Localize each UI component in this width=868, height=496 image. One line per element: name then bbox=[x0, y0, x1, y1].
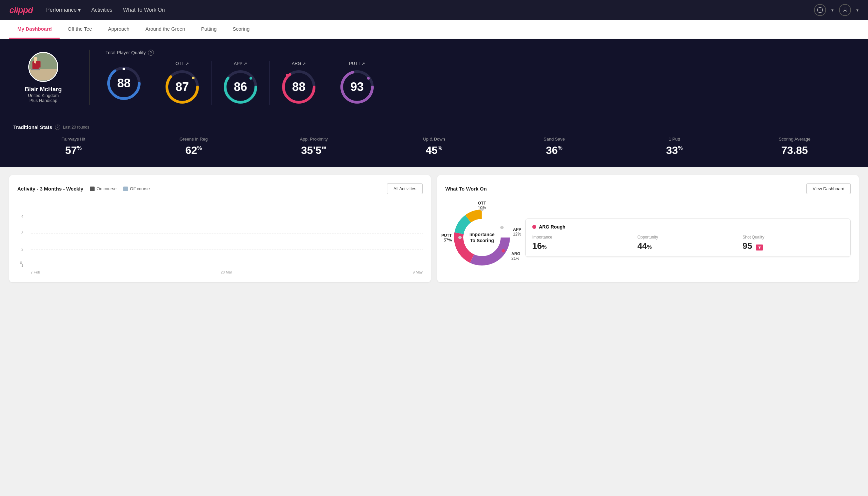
stats-section: Traditional Stats ? Last 20 rounds Fairw… bbox=[0, 116, 868, 167]
svg-rect-8 bbox=[31, 69, 40, 70]
svg-point-33 bbox=[458, 236, 462, 239]
content-area: Activity - 3 Months - Weekly On course O… bbox=[0, 167, 868, 290]
donut-label-ott: OTT 10% bbox=[478, 201, 486, 210]
gauge-circle-arg: 88 bbox=[281, 68, 317, 105]
activity-card: Activity - 3 Months - Weekly On course O… bbox=[9, 175, 431, 282]
chart-bars bbox=[31, 201, 423, 266]
tab-around-the-green[interactable]: Around the Green bbox=[137, 20, 193, 38]
top-nav: clippd Performance ▾ Activities What To … bbox=[0, 0, 868, 20]
quality-title: Total Player Quality ? bbox=[106, 50, 855, 56]
nav-links: Performance ▾ Activities What To Work On bbox=[46, 7, 165, 13]
activity-card-header: Activity - 3 Months - Weekly On course O… bbox=[17, 183, 423, 194]
view-dashboard-button[interactable]: View Dashboard bbox=[806, 183, 851, 194]
activity-title: Activity - 3 Months - Weekly bbox=[17, 186, 83, 191]
svg-rect-5 bbox=[29, 69, 57, 80]
avatar bbox=[28, 52, 58, 82]
stat-sand-save: Sand Save 36% bbox=[494, 137, 614, 157]
player-handicap: Plus Handicap bbox=[29, 98, 57, 103]
nav-activities[interactable]: Activities bbox=[91, 7, 112, 13]
nav-what-to-work-on[interactable]: What To Work On bbox=[123, 7, 165, 13]
chart-area: 4 3 2 1 0 7 Feb 28 Mar 9 M bbox=[17, 201, 423, 274]
svg-point-22 bbox=[286, 74, 288, 77]
tab-off-the-tee[interactable]: Off the Tee bbox=[60, 20, 100, 38]
gauge-arg: ARG ↗ 88 bbox=[270, 61, 328, 105]
gauge-circle-overall: 88 bbox=[106, 65, 142, 102]
legend-off-course: Off course bbox=[123, 186, 150, 191]
svg-point-13 bbox=[123, 68, 125, 70]
nav-left: clippd Performance ▾ Activities What To … bbox=[9, 5, 165, 15]
metric-importance: Importance 16% bbox=[532, 235, 633, 251]
metric-opportunity: Opportunity 44% bbox=[637, 235, 739, 251]
svg-point-31 bbox=[500, 226, 504, 229]
divider bbox=[89, 50, 90, 105]
svg-point-19 bbox=[250, 77, 252, 80]
svg-point-3 bbox=[844, 8, 846, 10]
off-course-dot bbox=[123, 187, 128, 191]
ott-trend-icon: ↗ bbox=[186, 61, 189, 66]
what-to-work-on-card: What To Work On View Dashboard bbox=[437, 175, 859, 282]
gauge-ott: OTT ↗ 87 bbox=[153, 61, 211, 105]
stat-1-putt: 1 Putt 33% bbox=[614, 137, 735, 157]
chevron-down-icon: ▾ bbox=[78, 7, 81, 13]
stat-greens-in-reg: Greens In Reg 62% bbox=[133, 137, 254, 157]
app-trend-icon: ↗ bbox=[244, 61, 247, 66]
tab-putting[interactable]: Putting bbox=[193, 20, 225, 38]
player-info: Blair McHarg United Kingdom Plus Handica… bbox=[13, 52, 73, 103]
wtwo-title: What To Work On bbox=[445, 186, 487, 191]
gauge-circle-app: 86 bbox=[222, 68, 259, 105]
on-course-dot bbox=[90, 187, 95, 191]
logo[interactable]: clippd bbox=[9, 5, 33, 15]
info-dot bbox=[532, 225, 536, 229]
quality-section: Total Player Quality ? 88 bbox=[106, 50, 855, 105]
tab-my-dashboard[interactable]: My Dashboard bbox=[9, 20, 60, 38]
svg-point-16 bbox=[192, 77, 194, 79]
svg-point-32 bbox=[502, 249, 505, 252]
gauge-overall: 88 bbox=[106, 65, 153, 102]
svg-point-9 bbox=[34, 57, 37, 61]
stats-grid: Fairways Hit 57% Greens In Reg 62% App. … bbox=[13, 137, 855, 157]
x-labels: 7 Feb 28 Mar 9 May bbox=[31, 270, 423, 274]
donut-container: Importance To Scoring OTT 10% APP 12% AR… bbox=[445, 201, 519, 274]
info-card: ARG Rough Importance 16% Opportunity 44% bbox=[525, 218, 851, 257]
svg-point-25 bbox=[367, 77, 370, 80]
wtwo-header: What To Work On View Dashboard bbox=[445, 183, 851, 194]
stats-help-icon[interactable]: ? bbox=[55, 125, 60, 130]
add-button[interactable] bbox=[814, 4, 826, 16]
arg-trend-icon: ↗ bbox=[302, 61, 306, 66]
svg-rect-10 bbox=[36, 61, 41, 68]
stats-subtitle: Last 20 rounds bbox=[63, 125, 89, 129]
donut-label-arg: ARG 21% bbox=[511, 251, 520, 261]
nav-right: ▾ ▾ bbox=[814, 4, 859, 16]
add-label: ▾ bbox=[831, 7, 834, 13]
shot-quality-badge: ▼ bbox=[756, 245, 763, 250]
user-button[interactable] bbox=[839, 4, 851, 16]
all-activities-button[interactable]: All Activities bbox=[387, 183, 423, 194]
info-metrics: Importance 16% Opportunity 44% Shot Qual… bbox=[532, 235, 844, 251]
nav-performance[interactable]: Performance ▾ bbox=[46, 7, 81, 13]
stats-header: Traditional Stats ? Last 20 rounds bbox=[13, 124, 855, 130]
gauge-circle-ott: 87 bbox=[164, 68, 201, 105]
stat-up-down: Up & Down 45% bbox=[374, 137, 494, 157]
tabs-bar: My Dashboard Off the Tee Approach Around… bbox=[0, 20, 868, 39]
stat-fairways-hit: Fairways Hit 57% bbox=[13, 137, 133, 157]
legend-on-course: On course bbox=[90, 186, 116, 191]
putt-trend-icon: ↗ bbox=[362, 61, 365, 66]
info-card-title: ARG Rough bbox=[532, 224, 844, 230]
stat-scoring-average: Scoring Average 73.85 bbox=[735, 137, 855, 157]
gauge-circle-putt: 93 bbox=[339, 68, 375, 105]
gauge-putt: PUTT ↗ 93 bbox=[328, 61, 386, 105]
donut-label-app: APP 12% bbox=[513, 227, 521, 236]
player-country: United Kingdom bbox=[28, 93, 59, 98]
tab-approach[interactable]: Approach bbox=[100, 20, 137, 38]
gauge-app: APP ↗ 86 bbox=[211, 61, 270, 105]
tab-scoring[interactable]: Scoring bbox=[224, 20, 257, 38]
chart-legend: On course Off course bbox=[90, 186, 150, 191]
donut-center-text: Importance To Scoring bbox=[469, 232, 494, 244]
stat-app-proximity: App. Proximity 35'5" bbox=[254, 137, 374, 157]
help-icon[interactable]: ? bbox=[148, 50, 154, 56]
metric-shot-quality: Shot Quality 95 ▼ bbox=[742, 235, 844, 251]
donut-label-putt: PUTT 57% bbox=[441, 233, 452, 243]
stats-title: Traditional Stats bbox=[13, 124, 52, 130]
wtwo-content: Importance To Scoring OTT 10% APP 12% AR… bbox=[445, 201, 851, 274]
player-name: Blair McHarg bbox=[25, 86, 62, 93]
